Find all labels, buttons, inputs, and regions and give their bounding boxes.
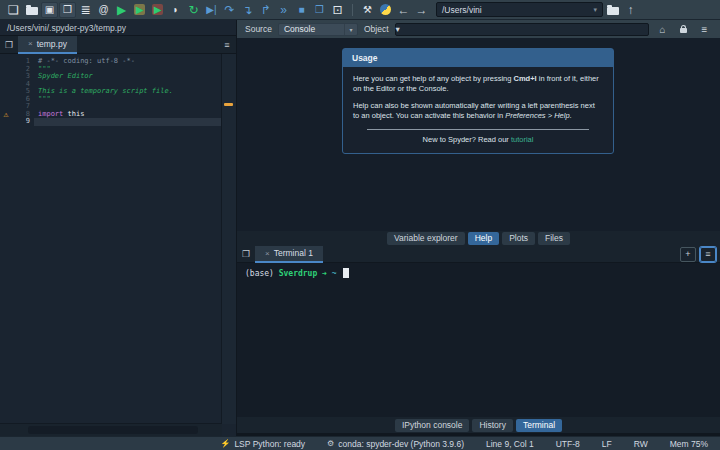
run-cell-advance-icon: ▶ — [152, 4, 164, 15]
forward-button[interactable]: → — [413, 2, 430, 18]
tab-plots[interactable]: Plots — [502, 232, 535, 245]
cursor-position-label: Line 9, Col 1 — [486, 439, 534, 449]
rerun-cell-button[interactable]: ↻ — [185, 2, 202, 18]
code-text — [34, 118, 222, 126]
working-directory-combo[interactable]: /Users/vini ▾ — [436, 2, 603, 17]
home-icon: ⌂ — [659, 24, 665, 35]
warning-gutter — [0, 73, 12, 81]
debug-step-out-button[interactable]: ↱ — [257, 2, 274, 18]
debug-step-over-button[interactable]: ↷ — [221, 2, 238, 18]
editor-options-button[interactable]: ≡ — [218, 37, 236, 53]
browse-terminal-tabs-button[interactable]: ❐ — [237, 246, 255, 262]
back-icon: ← — [398, 3, 410, 17]
tab-files[interactable]: Files — [538, 232, 570, 245]
parent-directory-button[interactable]: ↑ — [622, 2, 639, 18]
editor-code[interactable]: 1# -*- coding: utf-8 -*-2"""3Spyder Edit… — [0, 54, 222, 424]
chevron-down-icon: ▾ — [593, 6, 597, 14]
new-file-button[interactable]: ❏ — [5, 2, 22, 18]
eol-status-label: LF — [602, 439, 612, 449]
browse-tabs-icon: ❐ — [5, 40, 13, 50]
help-home-button[interactable]: ⌂ — [655, 22, 670, 37]
tutorial-link[interactable]: tutorial — [511, 135, 534, 144]
help-source-combo[interactable]: Console ▾ — [278, 23, 358, 36]
preferences-wrench-button[interactable]: ⚒ — [359, 2, 376, 18]
browse-directory-button[interactable] — [604, 2, 621, 18]
help-lock-button[interactable] — [676, 22, 691, 37]
terminal-tab-1[interactable]: × Terminal 1 — [255, 246, 323, 263]
chevron-down-icon: ▾ — [344, 24, 357, 35]
python-env-button[interactable] — [377, 2, 394, 18]
warning-gutter — [0, 88, 12, 96]
run-cell-icon: ▶ — [134, 4, 146, 15]
warning-scroll-flag[interactable] — [224, 103, 233, 106]
run-selection-button[interactable]: ◗ — [167, 2, 184, 18]
lsp-status-label: LSP Python: ready — [234, 439, 305, 449]
debug-continue-button[interactable]: » — [275, 2, 292, 18]
find-symbol-button[interactable]: @ — [95, 2, 112, 18]
editor-horizontal-scrollbar[interactable] — [0, 423, 222, 436]
fullscreen-button[interactable]: ⊡ — [329, 2, 346, 18]
open-file-icon — [26, 7, 38, 15]
conda-env-status[interactable]: ⚙conda: spyder-dev (Python 3.9.6) — [327, 439, 464, 449]
conda-env-status-label: conda: spyder-dev (Python 3.9.6) — [338, 439, 464, 449]
toolbar-icons: ❏▣❐≣@▶▶▶◗↻▶|↷↴↱»■❒⊡⚒←→ — [5, 2, 430, 18]
line-number: 6 — [12, 96, 34, 104]
close-icon[interactable]: × — [28, 39, 33, 48]
help-options-button[interactable]: ≡ — [697, 22, 712, 37]
menu-icon: ≡ — [705, 249, 710, 259]
code-text: Spyder Editor — [34, 73, 222, 81]
usage-box: Usage Here you can get help of any objec… — [342, 48, 614, 154]
help-object-input[interactable]: ▾ — [395, 23, 649, 36]
line-number: 3 — [12, 73, 34, 81]
new-terminal-button[interactable]: + — [680, 247, 696, 262]
scrollbar-thumb[interactable] — [28, 426, 198, 434]
open-file-button[interactable] — [23, 2, 40, 18]
debug-stop-button[interactable]: ■ — [293, 2, 310, 18]
file-switcher-button[interactable]: ≣ — [77, 2, 94, 18]
fullscreen-icon: ⊡ — [332, 3, 342, 17]
save-all-button[interactable]: ❐ — [59, 2, 76, 18]
editor-tab-temp-py[interactable]: × temp.py — [18, 36, 77, 54]
line-number: 8 — [12, 111, 34, 119]
spyder-window: ❏▣❐≣@▶▶▶◗↻▶|↷↴↱»■❒⊡⚒←→ /Users/vini ▾ ↑ /… — [0, 0, 720, 450]
warning-icon: ⚠ — [0, 111, 12, 119]
run-to-line-button[interactable]: ▶| — [203, 2, 220, 18]
run-cell-advance-button[interactable]: ▶ — [149, 2, 166, 18]
lsp-status[interactable]: ⚡LSP Python: ready — [220, 439, 305, 449]
close-icon[interactable]: × — [265, 249, 270, 258]
token-plain: this — [63, 110, 84, 118]
help-pane-tabs: Variable explorerHelpPlotsFiles — [237, 231, 720, 246]
main-toolbar: ❏▣❐≣@▶▶▶◗↻▶|↷↴↱»■❒⊡⚒←→ /Users/vini ▾ ↑ — [0, 0, 720, 20]
terminal-options-button[interactable]: ≡ — [700, 247, 716, 262]
prompt-segment: Sverdrup — [279, 269, 318, 278]
line-number: 2 — [12, 66, 34, 74]
save-file-button[interactable]: ▣ — [41, 2, 58, 18]
back-button[interactable]: ← — [395, 2, 412, 18]
source-label: Source — [245, 24, 272, 34]
maximize-pane-icon: ❒ — [315, 4, 324, 15]
run-file-button[interactable]: ▶ — [113, 2, 130, 18]
menu-icon: ≡ — [702, 24, 708, 35]
warning-gutter — [0, 58, 12, 66]
warning-gutter — [0, 66, 12, 74]
maximize-pane-button[interactable]: ❒ — [311, 2, 328, 18]
tab-terminal[interactable]: Terminal — [516, 419, 562, 432]
tab-history[interactable]: History — [472, 419, 512, 432]
tab-help[interactable]: Help — [468, 232, 499, 245]
tab-variable-explorer[interactable]: Variable explorer — [387, 232, 465, 245]
lock-icon — [680, 28, 687, 33]
debug-step-into-button[interactable]: ↴ — [239, 2, 256, 18]
cursor-position: Line 9, Col 1 — [486, 439, 534, 449]
line-number: 1 — [12, 58, 34, 66]
editor-vertical-scrollbar[interactable] — [221, 54, 236, 424]
toolbar-separator — [352, 4, 353, 16]
lsp-icon: ⚡ — [220, 439, 230, 448]
run-selection-icon: ◗ — [172, 4, 178, 15]
tab-ipython-console[interactable]: IPython console — [395, 419, 469, 432]
line-number: 7 — [12, 103, 34, 111]
terminal-console[interactable]: (base) Sverdrup ➜ ~ — [237, 263, 720, 417]
run-cell-button[interactable]: ▶ — [131, 2, 148, 18]
working-directory-value: /Users/vini — [442, 5, 482, 15]
code-line: 3Spyder Editor — [0, 73, 222, 81]
browse-tabs-button[interactable]: ❐ — [0, 37, 18, 53]
